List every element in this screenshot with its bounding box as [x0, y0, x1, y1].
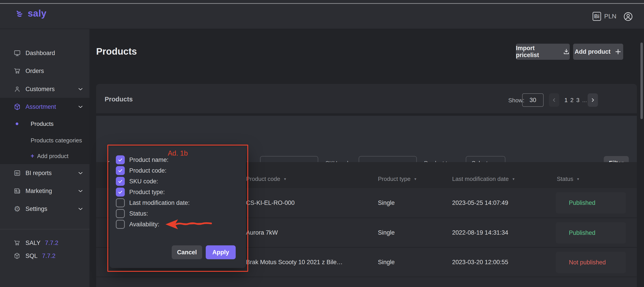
cell-product-type: Single [378, 229, 395, 236]
import-pricelist-button[interactable]: Import pricelist [516, 44, 570, 60]
checkbox-row-product-code[interactable]: Product code: [116, 165, 241, 176]
checkbox-row-last-modification-date[interactable]: Last modification date: [116, 197, 241, 208]
checkbox-label: SKU code: [129, 178, 158, 185]
sidebar-item-assortment[interactable]: Assortment [0, 99, 90, 115]
status-text: Published [569, 229, 596, 236]
cancel-button[interactable]: Cancel [172, 245, 202, 259]
add-product-button[interactable]: Add product [573, 44, 623, 60]
status-text: Published [569, 199, 596, 206]
status-badge: Published [556, 222, 626, 243]
sidebar-item-settings[interactable]: ⚙ Settings [0, 201, 90, 217]
column-header-product-code[interactable]: Product code▼ [246, 175, 287, 182]
svg-text:Bi: Bi [16, 171, 19, 175]
page-number-3[interactable]: 3 [576, 97, 580, 104]
currency-icon: Bi [592, 12, 601, 21]
download-icon [563, 48, 570, 55]
cell-product-type: Single [378, 259, 395, 266]
sidebar-item-customers[interactable]: Customers [0, 81, 90, 97]
checkbox-row-product-type[interactable]: Product type: [116, 187, 241, 197]
pagination-prev-button[interactable] [549, 93, 559, 107]
pagination-next-button[interactable] [588, 93, 598, 107]
newspaper-icon [14, 187, 21, 195]
chevron-right-icon [590, 97, 596, 103]
import-pricelist-label: Import pricelist [516, 45, 559, 59]
currency-label: PLN [604, 13, 616, 20]
sidebar-divider [0, 229, 90, 229]
active-bullet-icon [16, 122, 18, 125]
chevron-down-icon [77, 170, 84, 176]
column-label: Product type [378, 175, 410, 182]
checkbox-unchecked-icon[interactable] [116, 209, 125, 218]
top-bar: saly Bi PLN [0, 0, 644, 29]
chevron-down-icon [77, 188, 84, 194]
sidebar-label-assortment: Assortment [26, 103, 56, 110]
sidebar-sublabel-products-categories: Products categories [31, 137, 82, 144]
column-header-status[interactable]: Status▼ [557, 175, 580, 182]
show-count-input[interactable] [522, 93, 544, 107]
version-saly-label: SALY [26, 239, 40, 246]
account-icon [623, 12, 633, 22]
panel-title: Products [105, 96, 133, 103]
cell-product-code: Brak Motus Scooty 10 2021 z Bile… [246, 259, 342, 266]
sidebar-label-customers: Customers [26, 86, 55, 93]
column-label: Status [557, 175, 573, 182]
app-screen: saly Bi PLN Dashboard Orders [0, 0, 644, 287]
checkbox-unchecked-icon[interactable] [116, 220, 125, 229]
page-number-1[interactable]: 1 [564, 97, 568, 104]
checkbox-checked-icon[interactable] [116, 177, 125, 186]
sidebar-label-marketing: Marketing [26, 188, 52, 194]
currency-switcher[interactable]: Bi PLN [592, 12, 616, 21]
chevron-down-icon [77, 103, 84, 110]
sidebar-subitem-products-categories[interactable]: Products categories [0, 133, 90, 148]
chevron-down-icon [77, 205, 84, 212]
sidebar-item-bi-reports[interactable]: Bi BI reports [0, 165, 90, 181]
page-title: Products [96, 46, 137, 57]
sidebar: Dashboard Orders Customers Assortment Pr… [0, 29, 90, 287]
status-badge: Not published [556, 252, 626, 273]
version-sql-label: SQL [26, 252, 38, 259]
table-row-partial[interactable] [96, 277, 637, 287]
cart-icon [14, 239, 20, 246]
checkbox-row-status[interactable]: Status: [116, 208, 241, 219]
account-button[interactable] [623, 12, 633, 22]
sidebar-label-settings: Settings [26, 205, 48, 212]
pagination-pages: 1 2 3 ... [564, 93, 585, 107]
cell-product-code: Aurora 7kW [246, 229, 278, 236]
sidebar-item-dashboard[interactable]: Dashboard [0, 45, 90, 61]
add-product-label: Add product [575, 48, 610, 55]
annotation-text: Ad. 1b [110, 149, 246, 157]
cell-last-modification-date: 2023-05-25 14:07:49 [452, 199, 508, 206]
checkbox-row-sku-code[interactable]: SKU code: [116, 176, 241, 187]
gear-icon: ⚙ [14, 205, 21, 213]
app-logo[interactable]: saly [16, 8, 46, 19]
chevron-left-icon [551, 97, 557, 103]
person-icon [14, 85, 21, 93]
logo-text: saly [28, 8, 46, 19]
plus-icon [614, 48, 622, 55]
sidebar-label-dashboard: Dashboard [26, 50, 55, 57]
checkbox-checked-icon[interactable] [116, 166, 125, 175]
apply-button[interactable]: Apply [206, 245, 236, 259]
sidebar-subitem-products[interactable]: Products [0, 117, 90, 131]
vertical-scrollbar[interactable] [640, 43, 643, 119]
status-badge: Published [556, 192, 626, 214]
sort-icon: ▼ [512, 177, 515, 181]
column-header-product-type[interactable]: Product type▼ [378, 175, 417, 182]
sidebar-subitem-add-product[interactable]: + Add product [0, 149, 90, 163]
checkbox-checked-icon[interactable] [116, 188, 125, 197]
cube-icon [14, 252, 20, 259]
cell-product-code: CS-KI-EL-RO-000 [246, 199, 295, 206]
column-header-last-modification-date[interactable]: Last modification date▼ [452, 175, 515, 182]
checkbox-label: Product code: [129, 167, 166, 174]
monitor-icon [14, 49, 21, 57]
sort-icon: ▼ [283, 177, 287, 181]
page-number-2[interactable]: 2 [570, 97, 573, 104]
checkbox-unchecked-icon[interactable] [116, 198, 125, 207]
checkbox-label: Status: [129, 210, 148, 217]
logo-swoosh-icon [16, 9, 26, 18]
version-sql: SQL 7.7.2 [0, 249, 90, 262]
panel-divider [96, 113, 637, 116]
sort-icon: ▼ [576, 177, 580, 181]
sidebar-item-orders[interactable]: Orders [0, 63, 90, 79]
sidebar-item-marketing[interactable]: Marketing [0, 183, 90, 199]
